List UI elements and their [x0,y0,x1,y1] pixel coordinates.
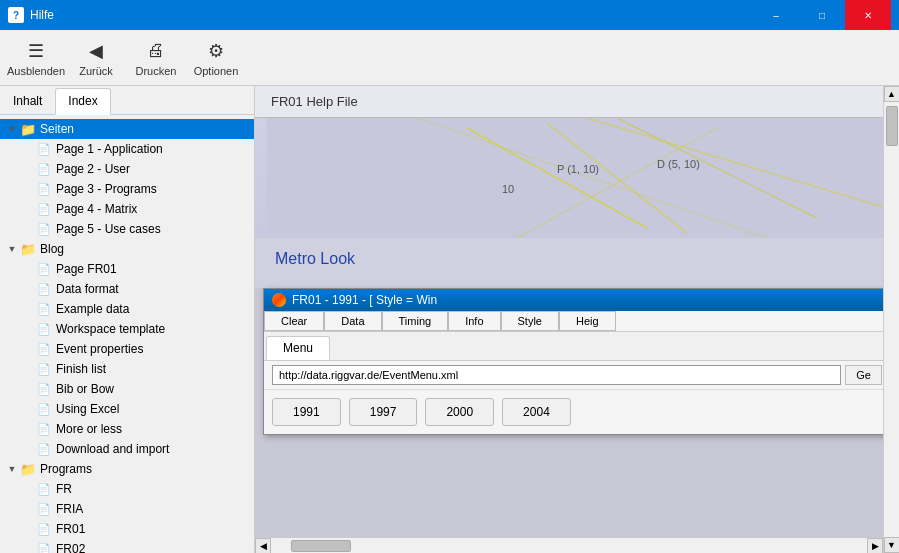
tree-node-page2[interactable]: 📄 Page 2 - User [0,159,254,179]
tree-view: ▼ 📁 Seiten 📄 Page 1 - Application 📄 Page… [0,115,254,553]
tree-node-fr[interactable]: 📄 FR [0,479,254,499]
tree-label-exampledata: Example data [56,302,129,316]
tree-node-downloadimport[interactable]: 📄 Download and import [0,439,254,459]
tree-label-fr: FR [56,482,72,496]
tree-node-fr01[interactable]: 📄 FR01 [0,519,254,539]
workspace-icon: 📄 [36,321,52,337]
h-scrollbar-track[interactable] [271,538,867,553]
scroll-down-arrow[interactable]: ▼ [884,537,900,553]
tree-node-seiten[interactable]: ▼ 📁 Seiten [0,119,254,139]
tree-node-page1[interactable]: 📄 Page 1 - Application [0,139,254,159]
fria-icon: 📄 [36,501,52,517]
year-1991-button[interactable]: 1991 [272,398,341,426]
tree-label-page3: Page 3 - Programs [56,182,157,196]
tree-label-usingexcel: Using Excel [56,402,119,416]
page5-icon: 📄 [36,221,52,237]
go-button[interactable]: Ge [845,365,882,385]
page1-icon: 📄 [36,141,52,157]
tree-node-workspace[interactable]: 📄 Workspace template [0,319,254,339]
expand-seiten[interactable]: ▼ [4,121,20,137]
info-button[interactable]: Info [448,311,500,331]
tree-label-fria: FRIA [56,502,83,516]
svg-rect-0 [267,118,887,238]
tree-label-page4: Page 4 - Matrix [56,202,137,216]
print-button[interactable]: 🖨 Drucken [128,34,184,82]
menu-tab[interactable]: Menu [266,336,330,360]
tree-label-fr02: FR02 [56,542,85,553]
tree-node-page5[interactable]: 📄 Page 5 - Use cases [0,219,254,239]
year-1997-button[interactable]: 1997 [349,398,418,426]
tree-node-dataformat[interactable]: 📄 Data format [0,279,254,299]
metro-look-section: Metro Look [255,238,899,288]
tab-index[interactable]: Index [55,88,110,115]
tree-label-workspace: Workspace template [56,322,165,336]
expand-blog[interactable]: ▼ [4,241,20,257]
options-icon: ⚙ [204,39,228,63]
tab-bar: Inhalt Index [0,86,254,115]
window-controls: – □ ✕ [753,0,891,30]
hide-button[interactable]: ☰ Ausblenden [8,34,64,82]
main-window: ☰ Ausblenden ◀ Zurück 🖨 Drucken ⚙ Option… [0,30,899,553]
dataformat-icon: 📄 [36,281,52,297]
right-panel: FR01 Help File P (1, 10) D (5, 10) [255,86,899,553]
close-button[interactable]: ✕ [845,0,891,30]
tree-node-page4[interactable]: 📄 Page 4 - Matrix [0,199,254,219]
bibbob-icon: 📄 [36,381,52,397]
year-2000-button[interactable]: 2000 [425,398,494,426]
inner-app-icon [272,293,286,307]
title-bar: ? Hilfe – □ ✕ [0,0,899,30]
inner-toolbar-btns: Clear Data Timing Info Style Heig [264,311,890,332]
year-buttons: 1991 1997 2000 2004 [264,390,890,434]
inner-title-bar: FR01 - 1991 - [ Style = Win [264,289,890,311]
tree-node-fria[interactable]: 📄 FRIA [0,499,254,519]
year-2004-button[interactable]: 2004 [502,398,571,426]
pagefr01-icon: 📄 [36,261,52,277]
tab-inhalt[interactable]: Inhalt [0,88,55,114]
eventprops-icon: 📄 [36,341,52,357]
back-button[interactable]: ◀ Zurück [68,34,124,82]
fr01-icon: 📄 [36,521,52,537]
folder-seiten-icon: 📁 [20,121,36,137]
tree-label-seiten: Seiten [40,122,74,136]
tree-node-pagefr01[interactable]: 📄 Page FR01 [0,259,254,279]
tree-label-fr01: FR01 [56,522,85,536]
tree-node-fr02[interactable]: 📄 FR02 [0,539,254,553]
hide-icon: ☰ [24,39,48,63]
fr02-icon: 📄 [36,541,52,553]
heig-button[interactable]: Heig [559,311,616,331]
style-button[interactable]: Style [501,311,559,331]
tree-label-page2: Page 2 - User [56,162,130,176]
tree-label-programs: Programs [40,462,92,476]
scroll-left-arrow[interactable]: ◀ [255,538,271,554]
tree-node-exampledata[interactable]: 📄 Example data [0,299,254,319]
url-input[interactable] [272,365,841,385]
timing-button[interactable]: Timing [382,311,449,331]
tree-node-page3[interactable]: 📄 Page 3 - Programs [0,179,254,199]
tree-node-finishlist[interactable]: 📄 Finish list [0,359,254,379]
tree-label-moreorless: More or less [56,422,122,436]
tree-node-programs[interactable]: ▼ 📁 Programs [0,459,254,479]
h-scrollbar-thumb[interactable] [291,540,351,552]
options-button[interactable]: ⚙ Optionen [188,34,244,82]
data-button[interactable]: Data [324,311,381,331]
clear-button[interactable]: Clear [264,311,324,331]
tree-node-moreorless[interactable]: 📄 More or less [0,419,254,439]
help-header: FR01 Help File [255,86,899,118]
usingexcel-icon: 📄 [36,401,52,417]
exampledata-icon: 📄 [36,301,52,317]
fr-icon: 📄 [36,481,52,497]
maximize-button[interactable]: □ [799,0,845,30]
scroll-thumb[interactable] [886,106,898,146]
url-bar: Ge [264,361,890,390]
tree-node-usingexcel[interactable]: 📄 Using Excel [0,399,254,419]
print-icon: 🖨 [144,39,168,63]
folder-programs-icon: 📁 [20,461,36,477]
expand-programs[interactable]: ▼ [4,461,20,477]
scroll-right-arrow[interactable]: ▶ [867,538,883,554]
tree-node-bibbob[interactable]: 📄 Bib or Bow [0,379,254,399]
tree-node-eventprops[interactable]: 📄 Event properties [0,339,254,359]
tree-node-blog[interactable]: ▼ 📁 Blog [0,239,254,259]
tree-label-finishlist: Finish list [56,362,106,376]
scroll-up-arrow[interactable]: ▲ [884,86,900,102]
minimize-button[interactable]: – [753,0,799,30]
